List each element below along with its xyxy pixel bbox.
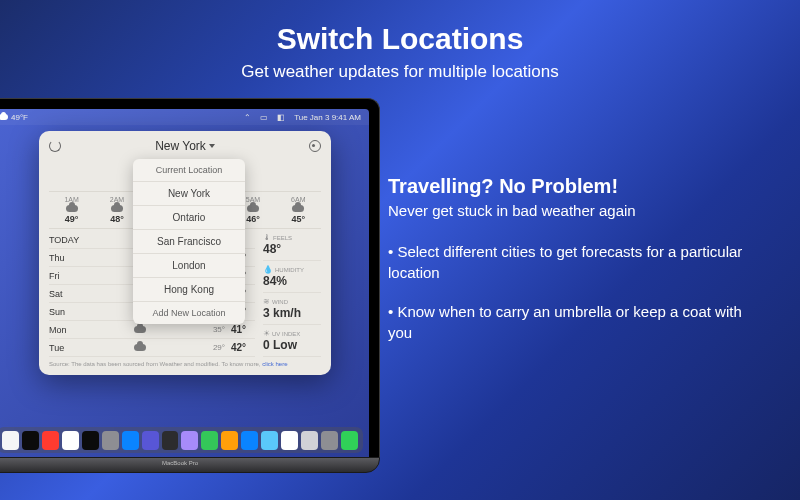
daily-row: Tue29°42° bbox=[49, 339, 255, 357]
dock bbox=[0, 427, 363, 453]
droplet-icon: 💧 bbox=[263, 265, 273, 274]
dock-app-icon[interactable] bbox=[341, 431, 358, 450]
dock-app-icon[interactable] bbox=[181, 431, 198, 450]
bullet-1: • Select different cities to get forecas… bbox=[388, 241, 768, 283]
marketing-sub: Never get stuck in bad weather again bbox=[388, 202, 768, 219]
control-center-icon[interactable]: ◧ bbox=[277, 113, 285, 122]
dock-app-icon[interactable] bbox=[62, 431, 79, 450]
cloud-icon bbox=[292, 205, 304, 212]
humidity-value: 84% bbox=[263, 274, 321, 288]
cloud-icon bbox=[111, 205, 123, 212]
dock-app-icon[interactable] bbox=[301, 431, 318, 450]
marketing-heading: Travelling? No Problem! bbox=[388, 175, 768, 198]
page-title: Switch Locations bbox=[0, 22, 800, 56]
side-metrics: 🌡FEELS 48° 💧HUMIDITY 84% ≋WIND 3 km/h bbox=[263, 231, 321, 357]
wind-box: ≋WIND 3 km/h bbox=[263, 297, 321, 325]
dropdown-item-ontario[interactable]: Ontario bbox=[133, 206, 245, 230]
menubar-weather[interactable]: 49°F bbox=[0, 113, 28, 122]
thermometer-icon: 🌡 bbox=[263, 233, 271, 242]
dock-app-icon[interactable] bbox=[162, 431, 179, 450]
dropdown-item-sanfrancisco[interactable]: San Francisco bbox=[133, 230, 245, 254]
dropdown-item-london[interactable]: London bbox=[133, 254, 245, 278]
dock-app-icon[interactable] bbox=[281, 431, 298, 450]
dock-app-icon[interactable] bbox=[82, 431, 99, 450]
hourly-cell: 6AM45° bbox=[276, 196, 321, 224]
cloud-icon bbox=[66, 205, 78, 212]
menubar-clock[interactable]: Tue Jan 3 9:41 AM bbox=[294, 113, 361, 122]
location-dropdown: Current Location New York Ontario San Fr… bbox=[133, 159, 245, 324]
hourly-cell: 1AM49° bbox=[49, 196, 94, 224]
page-subtitle: Get weather updates for multiple locatio… bbox=[0, 62, 800, 82]
dock-app-icon[interactable] bbox=[241, 431, 258, 450]
wifi-icon[interactable]: ⌃ bbox=[244, 113, 251, 122]
dock-app-icon[interactable] bbox=[201, 431, 218, 450]
weather-widget: New York Current Location New York Ontar… bbox=[39, 131, 331, 375]
feels-box: 🌡FEELS 48° bbox=[263, 233, 321, 261]
refresh-icon[interactable] bbox=[49, 140, 61, 152]
cloud-icon bbox=[134, 344, 146, 351]
gear-icon[interactable] bbox=[309, 140, 321, 152]
dropdown-item-hongkong[interactable]: Hong Kong bbox=[133, 278, 245, 302]
wind-icon: ≋ bbox=[263, 297, 270, 306]
dock-app-icon[interactable] bbox=[2, 431, 19, 450]
cloud-icon bbox=[134, 326, 146, 333]
dropdown-item-current[interactable]: Current Location bbox=[133, 159, 245, 182]
humidity-label: HUMIDITY bbox=[275, 267, 304, 273]
sun-icon: ☀ bbox=[263, 329, 270, 338]
footer-text: Source: The data has been sourced from W… bbox=[49, 361, 262, 367]
uv-label: UV INDEX bbox=[272, 331, 300, 337]
dock-app-icon[interactable] bbox=[22, 431, 39, 450]
city-selector[interactable]: New York bbox=[155, 139, 215, 153]
dock-app-icon[interactable] bbox=[122, 431, 139, 450]
dropdown-item-newyork[interactable]: New York bbox=[133, 182, 245, 206]
laptop-frame: 49°F ⌃ ▭ ◧ Tue Jan 3 9:41 AM New York bbox=[0, 98, 380, 473]
cloud-icon bbox=[0, 114, 8, 120]
dock-app-icon[interactable] bbox=[321, 431, 338, 450]
footer-link[interactable]: click here bbox=[262, 361, 287, 367]
feels-value: 48° bbox=[263, 242, 321, 256]
dock-app-icon[interactable] bbox=[102, 431, 119, 450]
wind-label: WIND bbox=[272, 299, 288, 305]
widget-footer: Source: The data has been sourced from W… bbox=[49, 361, 321, 369]
dock-app-icon[interactable] bbox=[261, 431, 278, 450]
cloud-icon bbox=[247, 205, 259, 212]
uv-box: ☀UV INDEX 0 Low bbox=[263, 329, 321, 357]
menubar: 49°F ⌃ ▭ ◧ Tue Jan 3 9:41 AM bbox=[0, 109, 369, 125]
dock-app-icon[interactable] bbox=[142, 431, 159, 450]
dropdown-item-add[interactable]: Add New Location bbox=[133, 302, 245, 324]
wind-value: 3 km/h bbox=[263, 306, 321, 320]
bullet-2: • Know when to carry an umbrella or keep… bbox=[388, 301, 768, 343]
dock-app-icon[interactable] bbox=[42, 431, 59, 450]
city-label: New York bbox=[155, 139, 206, 153]
dock-app-icon[interactable] bbox=[221, 431, 238, 450]
laptop-model: MacBook Pro bbox=[162, 460, 198, 466]
feels-label: FEELS bbox=[273, 235, 292, 241]
menubar-temp: 49°F bbox=[11, 113, 28, 122]
uv-value: 0 Low bbox=[263, 338, 321, 352]
marketing-copy: Travelling? No Problem! Never get stuck … bbox=[388, 175, 768, 361]
battery-icon[interactable]: ▭ bbox=[260, 113, 268, 122]
humidity-box: 💧HUMIDITY 84% bbox=[263, 265, 321, 293]
chevron-down-icon bbox=[209, 144, 215, 148]
